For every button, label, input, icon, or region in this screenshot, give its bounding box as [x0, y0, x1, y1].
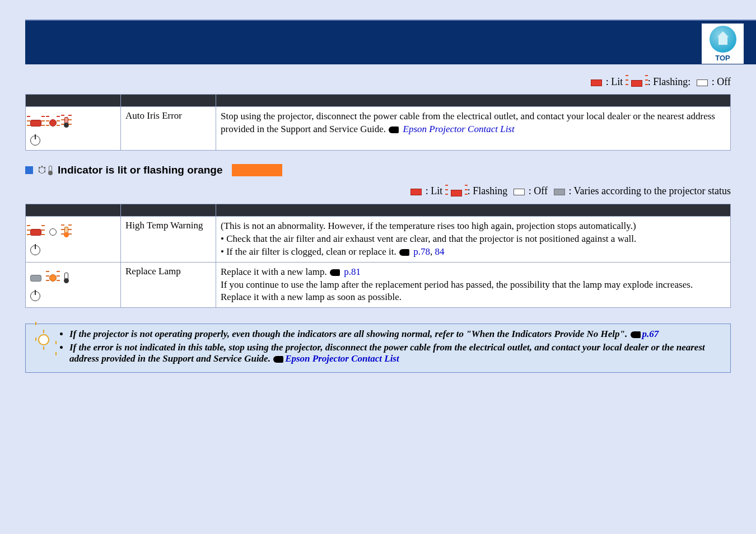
- legend-lit-icon: [591, 79, 602, 86]
- lamp-glyph-icon: [39, 167, 45, 174]
- legend-off-label: : Off: [529, 185, 548, 196]
- tip-text: If the projector is not operating proper…: [69, 329, 630, 339]
- page-link[interactable]: p.67: [642, 329, 659, 339]
- power-icon: [30, 291, 40, 301]
- top-label: TOP: [715, 54, 730, 62]
- home-icon: [710, 26, 736, 53]
- section-heading-orange: Indicator is lit or flashing orange: [25, 164, 731, 176]
- legend-varies-icon: [554, 189, 565, 195]
- power-icon: [30, 245, 40, 255]
- cause-cell: Auto Iris Error: [121, 107, 216, 151]
- temp-icon: [64, 227, 68, 240]
- projector-icon: [30, 273, 41, 284]
- legend-row-1: : Lit : Flashing: : Off: [25, 73, 731, 94]
- legend-off-label: : Off: [712, 76, 731, 87]
- legend-lit-icon: [410, 189, 422, 195]
- page-link[interactable]: p.81: [344, 266, 361, 277]
- header-band: TOP: [0, 0, 756, 73]
- remedy-cell: Replace it with a new lamp. p.81 If you …: [216, 262, 731, 308]
- table-row: Auto Iris Error Stop using the projector…: [26, 107, 731, 151]
- legend-lit-label: : Lit: [606, 76, 623, 87]
- pointer-icon: [631, 331, 641, 338]
- projector-icon: [30, 118, 41, 129]
- table-row: High Temp Warning (This is not an abnorm…: [26, 216, 731, 262]
- legend-lit-label: : Lit: [426, 185, 443, 196]
- tip-bulb-icon: [34, 331, 54, 351]
- remedy-text: (This is not an abnormality. However, if…: [221, 221, 636, 231]
- pointer-icon: [273, 356, 283, 363]
- legend-off-icon: [514, 189, 525, 195]
- top-home-button[interactable]: TOP: [702, 24, 744, 64]
- legend-flash-icon: [445, 186, 468, 198]
- lamp-icon: [49, 273, 57, 284]
- page-link[interactable]: 84: [435, 246, 444, 257]
- legend-varies-label: : Varies according to the projector stat…: [568, 185, 731, 196]
- temp-icon: [64, 117, 68, 130]
- lamp-icon: [49, 227, 57, 238]
- pointer-icon: [330, 269, 340, 276]
- page-link[interactable]: p.78: [413, 246, 430, 257]
- page-content: : Lit : Flashing: : Off Aut: [0, 73, 756, 384]
- legend-flash-label: : Flashing: [468, 185, 508, 196]
- cause-cell: Replace Lamp: [121, 262, 216, 308]
- error-table-2: High Temp Warning (This is not an abnorm…: [25, 204, 731, 308]
- contact-list-link[interactable]: Epson Projector Contact List: [285, 353, 399, 364]
- error-table-1: Auto Iris Error Stop using the projector…: [25, 94, 731, 151]
- tip-line: If the error is not indicated in this ta…: [69, 342, 722, 364]
- lamp-icon: [49, 118, 57, 129]
- remedy-text: Replace it with a new lamp.: [221, 266, 329, 277]
- remedy-text: Check that the air filter and air exhaus…: [226, 233, 636, 244]
- legend-row-2: : Lit : Flashing : Off : Varies accordin…: [25, 182, 731, 203]
- remedy-cell: (This is not an abnormality. However, if…: [216, 216, 731, 262]
- header-dark-bar: [25, 20, 756, 64]
- section-title: Indicator is lit or flashing orange: [58, 164, 223, 176]
- cause-cell: High Temp Warning: [121, 216, 216, 262]
- legend-flash-label: : Flashing:: [648, 76, 691, 87]
- state-cell: [26, 262, 121, 308]
- remedy-text: If the air filter is clogged, clean or r…: [226, 246, 399, 257]
- power-icon: [30, 135, 40, 146]
- projector-icon: [30, 227, 41, 238]
- table-row: Replace Lamp Replace it with a new lamp.…: [26, 262, 731, 308]
- orange-swatch: [232, 164, 282, 176]
- temp-glyph-icon: [49, 166, 52, 175]
- temp-icon: [64, 273, 68, 285]
- state-cell: [26, 216, 121, 262]
- section-bullet-icon: [25, 166, 33, 174]
- pointer-icon: [389, 127, 399, 133]
- contact-list-link[interactable]: Epson Projector Contact List: [403, 124, 515, 134]
- legend-off-icon: [697, 79, 708, 86]
- legend-flash-icon: [626, 77, 648, 88]
- tip-line: If the projector is not operating proper…: [69, 329, 722, 340]
- tip-box: If the projector is not operating proper…: [25, 324, 731, 373]
- state-cell: [26, 107, 121, 151]
- pointer-icon: [399, 249, 409, 256]
- remedy-cell: Stop using the projector, disconnect the…: [216, 107, 731, 151]
- remedy-text: If you continue to use the lamp after th…: [221, 279, 693, 303]
